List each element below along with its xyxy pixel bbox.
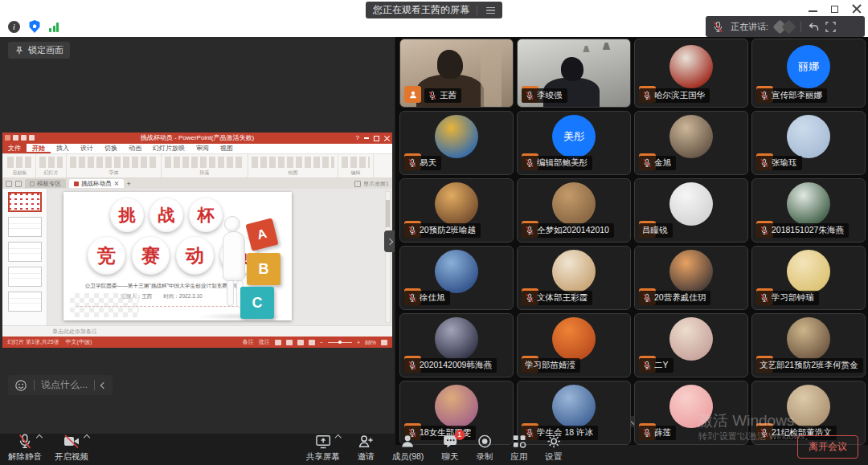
participant-tile[interactable]: 徐佳旭 (399, 246, 514, 310)
shared-powerpoint-window: 挑战杯动员 - PowerPoint(产品激活失败) ? 文件开始插入设计切换动… (2, 133, 392, 348)
participant-tile[interactable]: 文体部王彩霞 (517, 246, 631, 310)
slide-title-circle: 杯 (189, 198, 223, 232)
panel-expand-handle[interactable] (384, 230, 395, 252)
lock-view-button[interactable]: 锁定画面 (8, 42, 70, 59)
participant-avatar (552, 250, 596, 293)
chat-button[interactable]: 1 聊天 (441, 433, 458, 463)
participant-name: 徐佳旭 (420, 292, 445, 304)
participant-tile[interactable]: 2018151027朱海燕 (751, 178, 866, 243)
participant-tile[interactable]: 仝梦如2020142010 (517, 178, 631, 243)
fit-window-icon (381, 340, 387, 345)
ppt-ribbon-tab: 文件 (2, 144, 27, 153)
slide-thumbnail (8, 267, 42, 287)
mic-muted-icon (525, 293, 534, 303)
network-signal-icon[interactable] (49, 22, 59, 32)
share-screen-label: 共享屏幕 (306, 451, 340, 463)
participant-nameplate: 金旭 (639, 156, 676, 170)
participant-name: 20预防2班喻越 (420, 225, 476, 236)
collapse-chat-icon[interactable] (100, 381, 107, 388)
participant-tile[interactable]: 金旭 (634, 111, 748, 175)
participant-tile[interactable]: 20营养戚佳玥 (634, 246, 748, 310)
participant-name: 学习部钟瑞 (772, 292, 814, 304)
meeting-info-icon[interactable] (8, 21, 20, 33)
meeting-toolbar: 解除静音 开启视频 (0, 433, 868, 465)
participant-tile[interactable]: 丽娜 宣传部李丽娜 (751, 39, 866, 108)
invite-button[interactable]: 邀请 (358, 433, 375, 463)
menu-icon[interactable] (486, 7, 495, 14)
ppt-ribbon-tab: 开始 (27, 144, 51, 153)
mic-muted-icon (525, 158, 534, 168)
record-button[interactable]: 录制 (476, 433, 493, 463)
invite-label: 邀请 (358, 451, 375, 463)
lock-view-label: 锁定画面 (28, 44, 63, 56)
participant-tile[interactable]: 李竣强 (517, 39, 631, 108)
close-tab-icon (114, 182, 119, 186)
participant-avatar (787, 250, 830, 293)
participant-tile[interactable]: 2020142009韩海燕 (399, 313, 514, 377)
participant-tile[interactable]: 哈尔滨王国华 (634, 39, 748, 108)
participant-name: 哈尔滨王国华 (654, 90, 705, 101)
tab-home: 模板专区 (25, 179, 66, 188)
participant-tile[interactable]: 二Y (634, 313, 748, 377)
apps-button[interactable]: 应用 (510, 433, 527, 463)
ppt-ribbon-group: 幻灯片 (36, 154, 67, 177)
share-screen-button[interactable]: 共享屏幕 (306, 433, 340, 463)
participant-tile[interactable]: 美彤 编辑部鲍美彤 (517, 111, 631, 175)
participant-tile[interactable]: 吕瞳锐 (634, 178, 748, 243)
slide-subtitle: 公卫学院团委——第十三届“挑战杯”中国大学生创业计划竞赛介绍 (75, 282, 249, 290)
participant-tile[interactable]: 20预防2班喻越 (399, 178, 514, 243)
figure-3d (224, 216, 240, 232)
mic-muted-icon (17, 433, 33, 450)
back-arrow-icon[interactable] (808, 22, 819, 32)
slide-title-circle: 战 (149, 198, 183, 232)
slide-title-circle: 竞 (88, 237, 125, 275)
participant-nameplate: 吕瞳锐 (639, 223, 673, 238)
mic-muted-icon (525, 91, 534, 100)
participant-tile[interactable]: 学习部苗婧滢 (517, 313, 631, 377)
mic-muted-icon (525, 226, 534, 235)
participant-tile[interactable]: 张瑜珏 (751, 111, 866, 175)
participant-tile[interactable]: 学习部钟瑞 (751, 246, 866, 310)
slide-title-circle: 赛 (132, 237, 170, 275)
start-video-button[interactable]: 开启视频 (55, 433, 88, 463)
mic-muted-icon (712, 21, 724, 33)
watching-screen-pill[interactable]: 您正在观看王茜的屏幕 (366, 2, 502, 18)
participant-tile[interactable]: 易天 (399, 111, 514, 175)
share-options-caret[interactable] (334, 434, 341, 441)
open-folder-icon (15, 181, 22, 187)
minimize-button[interactable] (809, 10, 817, 12)
chat-input[interactable]: 说点什么... (41, 378, 88, 392)
ppt-ribbon-tab: 插入 (51, 144, 75, 153)
mic-muted-icon (407, 361, 417, 370)
participant-nameplate: 20预防2班喻越 (404, 223, 481, 238)
members-button[interactable]: 成员(98) (392, 433, 424, 463)
settings-button[interactable]: 设置 (545, 433, 562, 463)
slide-thumbnail (8, 217, 42, 237)
emoji-icon[interactable] (14, 379, 27, 392)
close-button[interactable] (852, 4, 862, 14)
participant-nameplate: 张瑜珏 (756, 156, 802, 170)
members-icon (399, 433, 416, 450)
participant-name: 宣传部李丽娜 (772, 90, 822, 101)
participant-tile[interactable]: 文艺部21预防2班李何赏金 (751, 313, 866, 377)
participant-name: 文体部王彩霞 (537, 292, 588, 304)
participant-name: 金旭 (654, 157, 671, 169)
unmute-button[interactable]: 解除静音 (8, 433, 42, 463)
participant-name: 仝梦如2020142010 (537, 225, 609, 236)
participant-tile[interactable]: 王茜 (399, 39, 514, 108)
leave-meeting-button[interactable]: 离开会议 (797, 435, 858, 459)
ppt-ribbon-group: 编辑 (338, 154, 374, 177)
security-shield-icon[interactable] (29, 20, 40, 33)
participant-nameplate: 宣传部李丽娜 (756, 88, 827, 103)
participant-avatar (435, 317, 478, 361)
fullscreen-icon[interactable] (825, 22, 836, 32)
video-options-caret[interactable] (84, 434, 90, 441)
new-file-icon (6, 181, 12, 187)
divider (34, 380, 35, 390)
apps-icon (510, 433, 527, 450)
divider (800, 22, 801, 32)
maximize-button[interactable] (831, 6, 838, 13)
language-label: 中文(中国) (66, 338, 92, 346)
mic-options-caret[interactable] (36, 434, 43, 441)
quick-chat-bar[interactable]: 说点什么... (8, 375, 113, 395)
